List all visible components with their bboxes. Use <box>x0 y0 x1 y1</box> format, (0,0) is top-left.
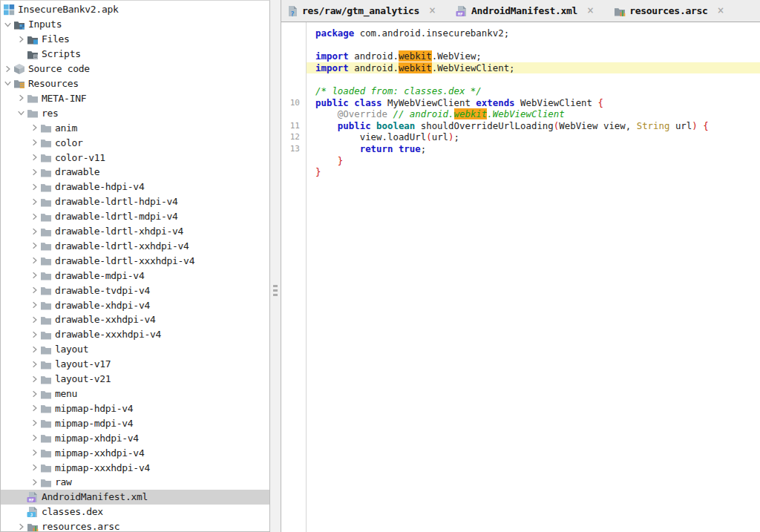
tree-item-drawable-hdpi-v4[interactable]: drawable-hdpi-v4 <box>1 180 269 194</box>
code-line[interactable]: public boolean shouldOverrideUrlLoading(… <box>307 120 760 132</box>
chevron-right-icon[interactable] <box>29 226 40 237</box>
tree-item-mipmap-xxxhdpi-v4[interactable]: mipmap-xxxhdpi-v4 <box>1 460 269 475</box>
code-line[interactable]: return true; <box>307 143 760 155</box>
chevron-right-icon[interactable] <box>29 284 40 296</box>
folder-icon <box>40 417 52 429</box>
tree-item-drawable[interactable]: drawable <box>1 165 269 180</box>
tree-item-drawable-ldrtl-mdpi-v4[interactable]: drawable-ldrtl-mdpi-v4 <box>1 209 269 224</box>
tab-androidmanifest-xml[interactable]: MFAndroidManifest.xml× <box>456 0 594 22</box>
chevron-right-icon[interactable] <box>29 240 40 252</box>
tree-item-color[interactable]: color <box>1 135 269 150</box>
tree-item-label: anim <box>55 122 77 134</box>
tree-item-drawable-mdpi-v4[interactable]: drawable-mdpi-v4 <box>1 268 269 283</box>
chevron-right-icon[interactable] <box>29 314 40 326</box>
code-line[interactable]: package com.android.insecurebankv2; <box>307 27 760 39</box>
tree-item-raw[interactable]: raw <box>1 475 269 490</box>
chevron-spacer <box>16 48 27 60</box>
chevron-right-icon[interactable] <box>29 166 40 178</box>
tree-item-classes-dex[interactable]: Jclasses.dex <box>1 505 269 519</box>
tree-item-files[interactable]: Files <box>1 32 269 47</box>
folder-icon <box>40 373 52 385</box>
chevron-right-icon[interactable] <box>29 196 40 208</box>
tree-item-androidmanifest-xml[interactable]: MFAndroidManifest.xml <box>1 490 269 505</box>
tree-item-resources[interactable]: Resources <box>1 76 269 91</box>
chevron-right-icon[interactable] <box>29 137 40 148</box>
tree-item-drawable-xhdpi-v4[interactable]: drawable-xhdpi-v4 <box>1 298 269 312</box>
tree-item-insecurebankv2-apk[interactable]: InsecureBankv2.apk <box>1 2 269 17</box>
chevron-right-icon[interactable] <box>29 402 40 414</box>
folder-files-icon <box>27 33 39 45</box>
tree-item-resources-arsc[interactable]: resources.arsc <box>1 519 269 532</box>
chevron-right-icon[interactable] <box>29 388 40 400</box>
chevron-right-icon[interactable] <box>16 92 27 104</box>
tree-item-layout-v21[interactable]: layout-v21 <box>1 372 269 387</box>
tree-item-mipmap-mdpi-v4[interactable]: mipmap-mdpi-v4 <box>1 416 269 430</box>
chevron-right-icon[interactable] <box>29 432 40 444</box>
chevron-right-icon[interactable] <box>16 33 27 45</box>
chevron-spacer <box>16 506 27 518</box>
chevron-right-icon[interactable] <box>29 299 40 311</box>
chevron-right-icon[interactable] <box>29 462 40 473</box>
chevron-right-icon[interactable] <box>2 63 13 75</box>
tree-item-meta-inf[interactable]: META-INF <box>1 91 269 105</box>
tab-close-icon[interactable]: × <box>587 5 594 16</box>
chevron-right-icon[interactable] <box>29 417 40 429</box>
tree-item-res[interactable]: res <box>1 105 269 120</box>
tab-res-raw-gtm-analytics[interactable]: ?res/raw/gtm_analytics× <box>286 0 436 22</box>
code-line[interactable]: } <box>307 155 760 167</box>
tab-close-icon[interactable]: × <box>429 5 436 16</box>
code-line[interactable]: /* loaded from: classes.dex */ <box>307 85 760 97</box>
code-lines[interactable]: package com.android.insecurebankv2;impor… <box>307 22 760 532</box>
tree-item-mipmap-xhdpi-v4[interactable]: mipmap-xhdpi-v4 <box>1 430 269 445</box>
code-editor[interactable]: 10111213 package com.android.insecureban… <box>281 22 760 532</box>
chevron-right-icon[interactable] <box>29 329 40 341</box>
tree-item-anim[interactable]: anim <box>1 120 269 135</box>
chevron-right-icon[interactable] <box>29 344 40 355</box>
chevron-right-icon[interactable] <box>29 211 40 223</box>
code-line[interactable]: view.loadUrl(url); <box>307 131 760 143</box>
chevron-right-icon[interactable] <box>29 476 40 488</box>
tab-resources-arsc[interactable]: resources.arsc× <box>614 0 724 22</box>
tree-item-color-v11[interactable]: color-v11 <box>1 150 269 165</box>
code-line[interactable]: @Override // android.webkit.WebViewClien… <box>307 108 760 120</box>
chevron-right-icon[interactable] <box>29 269 40 281</box>
tree-item-scripts[interactable]: Scripts <box>1 47 269 62</box>
chevron-right-icon[interactable] <box>29 358 40 370</box>
tree-item-menu[interactable]: menu <box>1 387 269 401</box>
tab-close-icon[interactable]: × <box>718 5 724 16</box>
code-line[interactable]: public class MyWebViewClient extends Web… <box>307 97 760 109</box>
code-line[interactable]: } <box>307 166 760 178</box>
code-line[interactable] <box>307 39 760 51</box>
folder-scripts-icon <box>27 48 39 60</box>
tree-item-drawable-xxhdpi-v4[interactable]: drawable-xxhdpi-v4 <box>1 312 269 327</box>
chevron-right-icon[interactable] <box>29 447 40 459</box>
tree-item-mipmap-hdpi-v4[interactable]: mipmap-hdpi-v4 <box>1 401 269 416</box>
chevron-right-icon[interactable] <box>29 151 40 163</box>
chevron-right-icon[interactable] <box>29 122 40 134</box>
tab-label: AndroidManifest.xml <box>471 5 577 16</box>
code-line[interactable]: import android.webkit.WebView; <box>307 50 760 62</box>
chevron-right-icon[interactable] <box>29 181 40 193</box>
tree-item-layout[interactable]: layout <box>1 342 269 357</box>
tree-item-layout-v17[interactable]: layout-v17 <box>1 357 269 372</box>
tree-item-label: layout-v17 <box>55 358 111 370</box>
line-number-empty <box>281 73 306 85</box>
chevron-down-icon[interactable] <box>2 19 13 30</box>
tree-item-drawable-ldrtl-xxhdpi-v4[interactable]: drawable-ldrtl-xxhdpi-v4 <box>1 239 269 254</box>
tree-item-drawable-tvdpi-v4[interactable]: drawable-tvdpi-v4 <box>1 283 269 298</box>
tree-item-source-code[interactable]: Source code <box>1 62 269 76</box>
chevron-down-icon[interactable] <box>16 107 27 119</box>
panel-splitter[interactable] <box>270 0 281 532</box>
tree-item-drawable-ldrtl-xxxhdpi-v4[interactable]: drawable-ldrtl-xxxhdpi-v4 <box>1 253 269 268</box>
tree-item-mipmap-xxhdpi-v4[interactable]: mipmap-xxhdpi-v4 <box>1 445 269 460</box>
tree-item-drawable-ldrtl-hdpi-v4[interactable]: drawable-ldrtl-hdpi-v4 <box>1 194 269 209</box>
chevron-down-icon[interactable] <box>2 77 13 89</box>
chevron-right-icon[interactable] <box>16 521 27 532</box>
code-line[interactable] <box>307 73 760 85</box>
chevron-right-icon[interactable] <box>29 254 40 266</box>
code-line[interactable]: import android.webkit.WebViewClient; <box>307 62 760 74</box>
tree-item-drawable-xxxhdpi-v4[interactable]: drawable-xxxhdpi-v4 <box>1 327 269 342</box>
tree-item-inputs[interactable]: Inputs <box>1 17 269 32</box>
tree-item-drawable-ldrtl-xhdpi-v4[interactable]: drawable-ldrtl-xhdpi-v4 <box>1 224 269 239</box>
chevron-right-icon[interactable] <box>29 373 40 385</box>
